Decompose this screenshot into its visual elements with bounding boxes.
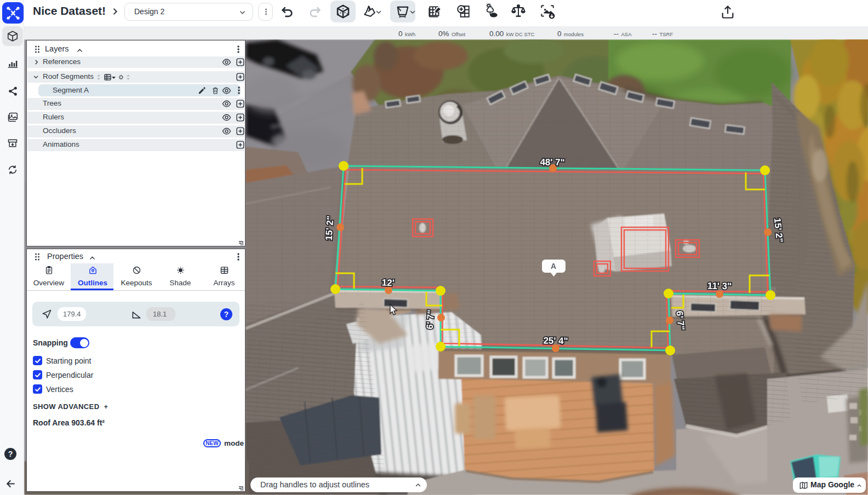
svg-text:12': 12' xyxy=(381,278,395,289)
svg-text:6' 7": 6' 7" xyxy=(674,310,687,331)
svg-text:6' 7": 6' 7" xyxy=(425,309,436,330)
svg-text:15' 2": 15' 2" xyxy=(323,215,335,240)
svg-text:A: A xyxy=(551,262,556,270)
svg-text:11' 3": 11' 3" xyxy=(707,281,732,292)
svg-text:48' 7": 48' 7" xyxy=(540,157,565,168)
svg-text:25' 4": 25' 4" xyxy=(543,336,568,347)
